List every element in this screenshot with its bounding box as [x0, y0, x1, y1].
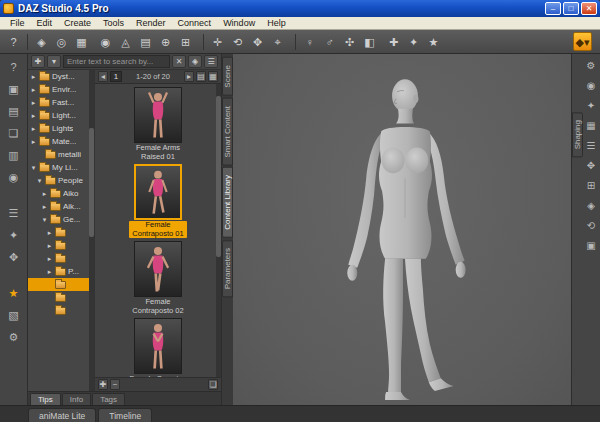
group-node-icon[interactable]: ⊞: [176, 32, 195, 51]
expander-icon[interactable]: ▸: [41, 203, 48, 211]
store-icon[interactable]: ▣: [4, 80, 24, 99]
menu-file[interactable]: File: [4, 17, 31, 29]
pose-thumbnail-image[interactable]: [134, 241, 182, 297]
tab-parameters[interactable]: Parameters: [222, 240, 233, 297]
settings-gear-icon[interactable]: ⚙: [583, 58, 600, 74]
tree-item[interactable]: ▸Dyst...: [28, 70, 94, 83]
expander-icon[interactable]: ▸: [30, 86, 37, 94]
page-number[interactable]: 1: [110, 71, 122, 82]
expander-icon[interactable]: ▸: [30, 138, 37, 146]
next-page-icon[interactable]: ▸: [184, 71, 194, 82]
prev-page-icon[interactable]: ◂: [98, 71, 108, 82]
tree-item[interactable]: ▾Ge...: [28, 213, 94, 226]
frame-tool-icon[interactable]: ⌖: [268, 32, 287, 51]
content-folder-icon[interactable]: ▧: [4, 306, 24, 325]
library-icon[interactable]: ▤: [4, 102, 24, 121]
camera-icon[interactable]: ◎: [52, 32, 71, 51]
menu-render[interactable]: Render: [130, 17, 172, 29]
tree-item[interactable]: ▸: [28, 252, 94, 265]
cameras-icon[interactable]: ▣: [583, 238, 600, 254]
tree-item[interactable]: metalli: [28, 148, 94, 161]
pose-thumbnail[interactable]: Female Arms Raised 01: [129, 87, 187, 161]
cube-primitive-icon[interactable]: ▦: [72, 32, 91, 51]
settings-gear-icon[interactable]: ⚙: [4, 328, 24, 347]
thumbnail-scrollbar[interactable]: [216, 84, 221, 377]
tree-item[interactable]: ▸P...: [28, 265, 94, 278]
tree-item[interactable]: [28, 291, 94, 304]
panel-menu-icon[interactable]: ☰: [204, 55, 218, 68]
tree-item[interactable]: ▸Aik...: [28, 200, 94, 213]
menu-help[interactable]: Help: [261, 17, 292, 29]
lights-icon[interactable]: ◈: [583, 198, 600, 214]
surfaces-icon[interactable]: ▦: [583, 118, 600, 134]
render-settings-icon[interactable]: ◉: [583, 78, 600, 94]
expander-icon[interactable]: ▸: [46, 229, 53, 237]
save-icon[interactable]: ❏: [4, 124, 24, 143]
tree-item[interactable]: ▾People: [28, 174, 94, 187]
tab-smart-content[interactable]: Smart Content: [222, 98, 233, 166]
scene-list-icon[interactable]: ☰: [583, 138, 600, 154]
context-help-icon[interactable]: ?: [4, 32, 23, 51]
expander-icon[interactable]: ▾: [36, 177, 43, 185]
tab-animate-lite[interactable]: aniMate Lite: [28, 408, 96, 422]
viewport-3d[interactable]: [233, 54, 571, 405]
clear-search-icon[interactable]: ✕: [172, 55, 186, 68]
search-history-icon[interactable]: ▾: [47, 55, 61, 68]
expander-icon[interactable]: ▸: [30, 99, 37, 107]
parameters-icon[interactable]: ⊞: [583, 178, 600, 194]
export-icon[interactable]: ▥: [4, 146, 24, 165]
new-page-icon[interactable]: ❏: [208, 379, 218, 390]
plane-primitive-icon[interactable]: ▤: [136, 32, 155, 51]
search-input[interactable]: [63, 55, 170, 68]
grid-view-icon[interactable]: ▦: [208, 71, 218, 82]
male-figure-icon[interactable]: ♂: [320, 32, 339, 51]
menu-tools[interactable]: Tools: [97, 17, 130, 29]
render-settings-icon[interactable]: ◉: [4, 168, 24, 187]
null-node-icon[interactable]: ⊕: [156, 32, 175, 51]
title-bar[interactable]: DAZ Studio 4.5 Pro – □ ✕: [0, 0, 600, 17]
tab-shaping[interactable]: Shaping: [572, 112, 583, 157]
tree-item[interactable]: ▸Lights: [28, 122, 94, 135]
posing-icon[interactable]: ✥: [583, 158, 600, 174]
add-item-icon[interactable]: ✚: [98, 379, 108, 390]
magnet-tool-icon[interactable]: ✚: [384, 32, 403, 51]
expander-icon[interactable]: ▸: [30, 73, 37, 81]
add-folder-icon[interactable]: ✚: [31, 55, 45, 68]
pose-thumbnail-image[interactable]: [134, 164, 182, 220]
translate-tool-icon[interactable]: ✛: [208, 32, 227, 51]
female-figure-icon[interactable]: ♀: [300, 32, 319, 51]
tree-item[interactable]: ▸Fast...: [28, 96, 94, 109]
expander-icon[interactable]: ▸: [30, 112, 37, 120]
shaping-icon[interactable]: ✦: [583, 98, 600, 114]
remove-item-icon[interactable]: −: [110, 379, 120, 390]
tab-content-library[interactable]: Content Library: [222, 167, 233, 238]
scale-tool-icon[interactable]: ✥: [248, 32, 267, 51]
tree-item[interactable]: ▸Aiko: [28, 187, 94, 200]
expander-icon[interactable]: ▸: [46, 242, 53, 250]
maximize-button[interactable]: □: [563, 2, 579, 15]
posing-icon[interactable]: ✥: [4, 248, 24, 267]
sphere-primitive-icon[interactable]: ◉: [96, 32, 115, 51]
expander-icon[interactable]: ▾: [30, 164, 37, 172]
tree-item[interactable]: ▸: [28, 226, 94, 239]
expander-icon[interactable]: ▸: [46, 268, 53, 276]
expander-icon[interactable]: ▸: [46, 255, 53, 263]
tab-tips[interactable]: Tips: [30, 393, 61, 405]
surface-tool-icon[interactable]: ◧: [360, 32, 379, 51]
expander-icon[interactable]: ▸: [41, 190, 48, 198]
favorites-star-icon[interactable]: ★: [4, 284, 24, 303]
pose-thumbnail[interactable]: Female Covering: [129, 318, 187, 377]
tree-item[interactable]: ▸Mate...: [28, 135, 94, 148]
tree-item[interactable]: ▸Light...: [28, 109, 94, 122]
minimize-button[interactable]: –: [545, 2, 561, 15]
puppeteer-icon[interactable]: ✦: [404, 32, 423, 51]
store-dropdown-icon[interactable]: ◆▾: [573, 32, 592, 51]
tab-scene[interactable]: Scene: [222, 57, 233, 96]
menu-connect[interactable]: Connect: [172, 17, 218, 29]
rotate-tool-icon[interactable]: ⟲: [228, 32, 247, 51]
pose-thumbnail[interactable]: Female Contraposto 02: [129, 241, 187, 315]
puppeteer-panel-icon[interactable]: ✦: [4, 226, 24, 245]
list-view-icon[interactable]: ▤: [196, 71, 206, 82]
pose-thumbnail-selected[interactable]: Female Contraposto 01: [129, 164, 187, 238]
expander-icon[interactable]: ▸: [30, 125, 37, 133]
